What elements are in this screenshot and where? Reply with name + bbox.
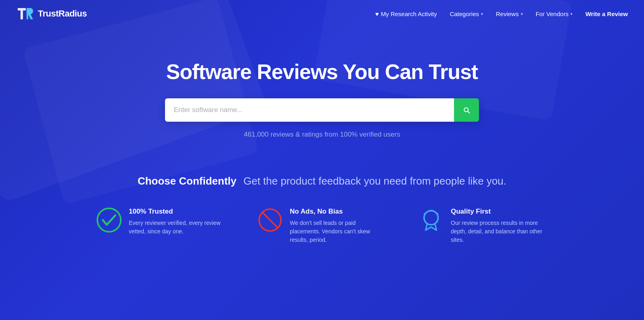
main-content: Software Reviews You Can Trust 461,000 r…: [0, 27, 644, 244]
search-button[interactable]: [454, 98, 479, 122]
categories-chevron-icon: ▾: [481, 12, 483, 16]
my-research-link[interactable]: ♥ My Research Activity: [375, 10, 437, 17]
feature-trusted-desc: Every reviewer verified, every review ve…: [129, 219, 225, 236]
no-bias-icon: [258, 208, 283, 233]
feature-no-bias-desc: We don't sell leads or paid placements. …: [290, 219, 386, 244]
features-headline-bold: Choose Confidently: [138, 175, 237, 187]
hero-title: Software Reviews You Can Trust: [166, 60, 478, 84]
search-icon: [462, 106, 471, 114]
features-headline-sub: Get the product feedback you need from p…: [244, 175, 506, 187]
features-section: Choose Confidently Get the product feedb…: [0, 175, 644, 244]
reviews-link[interactable]: Reviews ▾: [496, 10, 523, 17]
check-icon: [97, 208, 122, 233]
feature-quality-text: Quality First Our review process results…: [451, 208, 547, 244]
nav-links: ♥ My Research Activity Categories ▾ Revi…: [375, 10, 628, 17]
feature-quality-title: Quality First: [451, 208, 547, 216]
write-review-link[interactable]: Write a Review: [585, 10, 628, 17]
for-vendors-link[interactable]: For Vendors ▾: [536, 10, 573, 17]
svg-line-2: [262, 212, 278, 228]
svg-point-0: [97, 208, 121, 232]
search-bar: [165, 98, 479, 122]
features-grid: 100% Trusted Every reviewer verified, ev…: [40, 208, 604, 244]
features-headline: Choose Confidently Get the product feedb…: [40, 175, 604, 187]
feature-quality: Quality First Our review process results…: [419, 208, 547, 244]
reviews-chevron-icon: ▾: [521, 12, 523, 16]
heart-icon: ♥: [375, 10, 379, 17]
brand-name: TrustRadius: [38, 8, 87, 19]
feature-no-bias: No Ads, No Bias We don't sell leads or p…: [258, 208, 386, 244]
search-input[interactable]: [165, 98, 454, 122]
feature-trusted: 100% Trusted Every reviewer verified, ev…: [97, 208, 225, 236]
reviews-count: 461,000 reviews & ratings from 100% veri…: [244, 131, 400, 139]
navbar: TrustRadius ♥ My Research Activity Categ…: [0, 0, 644, 27]
svg-point-6: [424, 213, 426, 215]
svg-point-3: [424, 211, 438, 225]
feature-quality-desc: Our review process results in more depth…: [451, 219, 547, 244]
feature-no-bias-text: No Ads, No Bias We don't sell leads or p…: [290, 208, 386, 244]
feature-no-bias-title: No Ads, No Bias: [290, 208, 386, 216]
categories-link[interactable]: Categories ▾: [450, 10, 483, 17]
svg-point-5: [436, 213, 438, 215]
svg-point-4: [430, 210, 432, 212]
logo-icon: [16, 5, 34, 23]
logo[interactable]: TrustRadius: [16, 5, 87, 23]
feature-trusted-text: 100% Trusted Every reviewer verified, ev…: [129, 208, 225, 236]
vendors-chevron-icon: ▾: [570, 12, 572, 16]
feature-trusted-title: 100% Trusted: [129, 208, 225, 216]
quality-icon: [419, 208, 444, 233]
